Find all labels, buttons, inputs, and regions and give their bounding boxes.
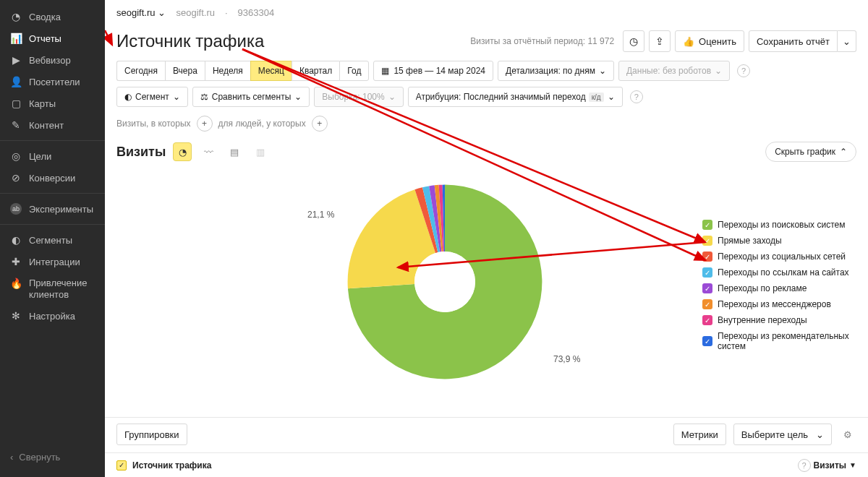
- site-selector[interactable]: seogift.ru⌄: [116, 7, 166, 18]
- table-settings[interactable]: ⚙: [839, 426, 856, 443]
- legend-checkbox[interactable]: ✓: [702, 236, 712, 246]
- range-today[interactable]: Сегодня: [116, 61, 165, 81]
- chart-type-pie[interactable]: ◔: [173, 142, 192, 161]
- export-button[interactable]: ⇪: [649, 30, 671, 52]
- hide-chart-button[interactable]: Скрыть график⌃: [765, 142, 856, 162]
- legend-item[interactable]: ✓Прямые заходы: [702, 233, 858, 249]
- segment-button[interactable]: ◐Сегмент⌄: [116, 87, 188, 107]
- legend-checkbox[interactable]: ✓: [702, 220, 712, 230]
- sidebar-collapse[interactable]: ‹Свернуть: [0, 446, 105, 468]
- sidebar-item-label: Привлечение клиентов: [29, 278, 95, 300]
- legend-checkbox[interactable]: ✓: [702, 315, 712, 325]
- sidebar-item-segments[interactable]: ◐Сегменты: [0, 229, 105, 251]
- pct-second-label: 21,1 %: [307, 210, 334, 220]
- legend-item[interactable]: ✓Переходы из социальных сетей: [702, 249, 858, 265]
- sidebar-item-maps[interactable]: ▢Карты: [0, 93, 105, 114]
- save-report-split: Сохранить отчёт ⌄: [749, 30, 856, 52]
- sidebar-item-experiments[interactable]: abЭксперименты: [0, 198, 105, 220]
- help-circle-icon[interactable]: ?: [798, 459, 811, 472]
- metrics-button[interactable]: Метрики: [673, 424, 726, 445]
- divider: [0, 140, 105, 141]
- metrics-label: Метрики: [681, 429, 718, 440]
- sidebar-item-conversions[interactable]: ⊘Конверсии: [0, 167, 105, 189]
- range-year[interactable]: Год: [339, 61, 369, 81]
- sidebar-item-settings[interactable]: ✻Настройка: [0, 305, 105, 327]
- collapse-label: Свернуть: [19, 452, 60, 463]
- th-visits-label: Визиты: [814, 460, 847, 470]
- thumb-icon: 👍: [683, 36, 694, 47]
- help-icon[interactable]: ?: [737, 64, 750, 77]
- date-text: 15 фев — 14 мар 2024: [393, 66, 485, 76]
- site-name: seogift.ru: [116, 7, 155, 18]
- chart-type-area[interactable]: ▤: [225, 142, 244, 161]
- range-quarter[interactable]: Квартал: [292, 61, 339, 81]
- chevron-down-icon: ⌄: [158, 7, 166, 18]
- gear-icon: ✻: [10, 310, 22, 322]
- sidebar-item-visitors[interactable]: 👤Посетители: [0, 71, 105, 93]
- sidebar-item-label: Конверсии: [29, 173, 75, 184]
- sampling-button[interactable]: Выборка: 100%⌄: [314, 87, 403, 107]
- add-people-condition[interactable]: +: [312, 116, 328, 132]
- table-header: ✓ Источник трафика ? Визиты ▼: [105, 452, 868, 477]
- pie-icon: ◐: [10, 234, 22, 246]
- pie-icon: ◔: [179, 147, 187, 158]
- save-label: Сохранить отчёт: [757, 36, 830, 47]
- legend-item[interactable]: ✓Переходы по рекламе: [702, 280, 858, 296]
- sidebar-item-label: Посетители: [29, 77, 80, 87]
- legend-item[interactable]: ✓Внутренние переходы: [702, 312, 858, 328]
- legend-checkbox[interactable]: ✓: [702, 283, 712, 293]
- divider: [0, 224, 105, 225]
- title-row: Источник трафика Визиты за отчётный пери…: [105, 25, 868, 61]
- compare-label: Сравнить сегменты: [212, 92, 292, 102]
- legend-checkbox[interactable]: ✓: [702, 252, 712, 262]
- range-month[interactable]: Месяц: [250, 61, 292, 81]
- help-icon[interactable]: ?: [630, 90, 643, 103]
- sidebar-item-integrations[interactable]: ✚Интеграции: [0, 251, 105, 272]
- puzzle-icon: ✚: [10, 256, 22, 267]
- legend-checkbox[interactable]: ✓: [702, 267, 712, 278]
- sidebar-item-label: Сводка: [29, 12, 61, 22]
- attribution-button[interactable]: Атрибуция: Последний значимый переходк/д…: [408, 87, 623, 107]
- legend-item[interactable]: ✓Переходы из рекомендательных систем: [702, 328, 858, 354]
- rate-button[interactable]: 👍Оценить: [675, 30, 744, 52]
- sidebar-item-acquisition[interactable]: 🔥Привлечение клиентов: [0, 272, 105, 305]
- divider: [0, 193, 105, 194]
- history-button[interactable]: ◷: [623, 30, 644, 52]
- segment-label: Сегмент: [135, 92, 169, 102]
- legend-checkbox[interactable]: ✓: [702, 336, 712, 346]
- detail-select[interactable]: Детализация: по дням⌄: [498, 61, 614, 81]
- save-report-button[interactable]: Сохранить отчёт: [749, 30, 838, 52]
- legend-item[interactable]: ✓Переходы по ссылкам на сайтах: [702, 265, 858, 280]
- legend-checkbox[interactable]: ✓: [702, 299, 712, 309]
- chart-type-bar[interactable]: ▥: [251, 142, 270, 161]
- add-visit-condition[interactable]: +: [197, 116, 213, 132]
- sidebar-item-reports[interactable]: 📊Отчеты: [0, 27, 105, 49]
- date-picker[interactable]: ▦15 фев — 14 мар 2024: [373, 61, 493, 81]
- sidebar-item-webvisor[interactable]: ▶Вебвизор: [0, 49, 105, 71]
- donut-chart[interactable]: [344, 181, 546, 383]
- th-visits[interactable]: ? Визиты ▼: [795, 459, 856, 472]
- square-icon: ▢: [10, 98, 22, 109]
- legend: ✓Переходы из поисковых систем✓Прямые зах…: [702, 217, 858, 354]
- range-week[interactable]: Неделя: [205, 61, 250, 81]
- sidebar-item-summary[interactable]: ◔Сводка: [0, 6, 105, 27]
- legend-item[interactable]: ✓Переходы из мессенджеров: [702, 296, 858, 312]
- robots-select[interactable]: Данные: без роботов⌄: [618, 61, 730, 81]
- range-yesterday[interactable]: Вчера: [165, 61, 205, 81]
- legend-label: Переходы из социальных сетей: [718, 252, 846, 262]
- legend-item[interactable]: ✓Переходы из поисковых систем: [702, 217, 858, 233]
- compare-button[interactable]: ⚖Сравнить сегменты⌄: [192, 87, 310, 107]
- goal-select[interactable]: Выберите цель⌄: [733, 424, 832, 445]
- sidebar-item-content[interactable]: ✎Контент: [0, 114, 105, 136]
- chart-type-line[interactable]: 〰: [199, 142, 218, 161]
- gear-icon: ⚙: [843, 429, 852, 440]
- save-report-menu[interactable]: ⌄: [838, 30, 856, 52]
- groupings-button[interactable]: Группировки: [116, 424, 187, 445]
- sort-desc-icon: ▼: [849, 461, 856, 469]
- user-icon: 👤: [10, 76, 22, 87]
- header-checkbox[interactable]: ✓: [116, 460, 127, 470]
- chart-area: 21,1 % 73,9 % ✓Переходы из поисковых сис…: [105, 166, 868, 426]
- th-source[interactable]: Источник трафика: [132, 460, 211, 470]
- chevron-down-icon: ⌄: [599, 66, 606, 76]
- sidebar-item-goals[interactable]: ◎Цели: [0, 145, 105, 167]
